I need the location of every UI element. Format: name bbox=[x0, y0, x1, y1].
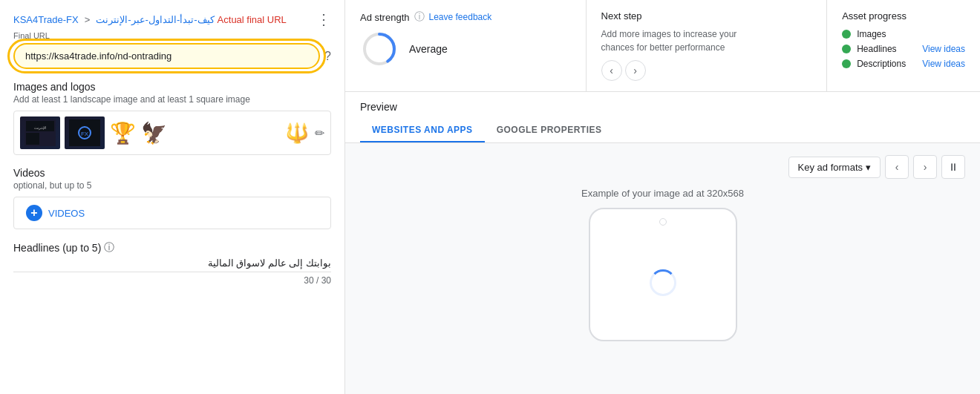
ad-strength-section: Ad strength ⓘ Leave feedback Average bbox=[345, 0, 587, 91]
thumb-inner-1: الإنترنت bbox=[20, 116, 60, 149]
final-url-value[interactable]: https://ksa4trade.info/nd-ontrading bbox=[13, 43, 320, 69]
next-arrow-button[interactable]: › bbox=[625, 60, 646, 81]
next-step-title: Next step bbox=[601, 10, 642, 22]
preview-toolbar: Key ad formats ▾ ‹ › ⏸ bbox=[360, 155, 965, 179]
phone-mockup-area: Example of your image ad at 320x568 bbox=[581, 188, 744, 341]
next-step-header: Next step bbox=[601, 10, 812, 22]
svg-text:الإنترنت: الإنترنت bbox=[34, 125, 46, 131]
preview-content: Key ad formats ▾ ‹ › ⏸ Example of your i… bbox=[345, 143, 980, 394]
phone-example-label: Example of your image ad at 320x568 bbox=[581, 188, 744, 199]
preview-title: Preview bbox=[360, 101, 965, 113]
ad-strength-help-icon[interactable]: ⓘ bbox=[414, 10, 425, 24]
final-url-label: Final URL bbox=[13, 31, 331, 40]
gold-icon-1: 🏆 bbox=[110, 121, 136, 145]
prev-arrow-button[interactable]: ‹ bbox=[601, 60, 622, 81]
leave-feedback-link[interactable]: Leave feedback bbox=[429, 12, 492, 22]
videos-section-subtitle: optional, but up to 5 bbox=[13, 180, 331, 191]
headline-text: بوابتك إلى عالم لاسواق المالية bbox=[13, 257, 331, 269]
image-thumb-1[interactable]: الإنترنت bbox=[20, 116, 60, 149]
metrics-bar: Ad strength ⓘ Leave feedback Average bbox=[345, 0, 980, 92]
headlines-dot bbox=[842, 45, 851, 53]
key-formats-chevron-icon: ▾ bbox=[866, 162, 871, 173]
svg-rect-4 bbox=[41, 133, 54, 145]
gold-icon-2: 🦅 bbox=[141, 121, 167, 145]
edit-images-icon[interactable]: ✏ bbox=[315, 126, 324, 140]
breadcrumb-sep: > bbox=[85, 14, 91, 25]
headlines-help-icon[interactable]: ⓘ bbox=[104, 241, 114, 255]
asset-images-row: Images bbox=[842, 29, 965, 39]
ad-strength-content: Average bbox=[360, 30, 571, 68]
ad-strength-circle bbox=[360, 30, 399, 68]
phone-camera bbox=[659, 218, 667, 226]
svg-text:FX: FX bbox=[81, 131, 89, 137]
asset-headlines-row: Headlines View ideas bbox=[842, 44, 965, 54]
videos-section-title: Videos bbox=[13, 167, 331, 179]
breadcrumb-row: KSA4Trade-FX > كيف-تبدأ-التداول-عبر-الإن… bbox=[13, 10, 331, 28]
tab-google-properties[interactable]: GOOGLE PROPERTIES bbox=[485, 119, 614, 142]
image-thumb-2[interactable]: FX bbox=[65, 116, 105, 149]
next-step-section: Next step Add more images to increase yo… bbox=[587, 0, 828, 91]
videos-section: Videos optional, but up to 5 + VIDEOS bbox=[13, 167, 331, 229]
asset-progress-title: Asset progress bbox=[842, 10, 965, 22]
key-ad-formats-button[interactable]: Key ad formats ▾ bbox=[788, 157, 881, 178]
images-dot bbox=[842, 30, 851, 39]
next-step-text: Add more images to increase your chances… bbox=[601, 27, 750, 54]
pause-preview-button[interactable]: ⏸ bbox=[941, 155, 965, 179]
add-videos-button[interactable]: + VIDEOS bbox=[13, 197, 331, 229]
phone-frame bbox=[589, 208, 737, 341]
url-box: https://ksa4trade.info/nd-ontrading bbox=[13, 43, 320, 69]
svg-rect-3 bbox=[26, 133, 39, 145]
descriptions-view-ideas-link[interactable]: View ideas bbox=[922, 59, 965, 69]
url-row: https://ksa4trade.info/nd-ontrading ? bbox=[13, 43, 331, 69]
left-panel: KSA4Trade-FX > كيف-تبدأ-التداول-عبر-الإن… bbox=[0, 0, 345, 394]
tab-websites-and-apps[interactable]: WEBSITES AND APPS bbox=[360, 119, 485, 142]
descriptions-dot bbox=[842, 59, 851, 68]
loading-spinner bbox=[650, 269, 676, 296]
headlines-label-row: Headlines (up to 5) ⓘ bbox=[13, 241, 331, 255]
asset-descriptions-row: Descriptions View ideas bbox=[842, 59, 965, 69]
breadcrumb-page[interactable]: كيف-تبدأ-التداول-عبر-الإنترنت bbox=[96, 14, 214, 25]
char-count: 30 / 30 bbox=[13, 272, 331, 286]
annotation-label: Actual final URL bbox=[218, 14, 287, 25]
image-thumb-4[interactable]: 🦅 bbox=[140, 116, 167, 149]
image-thumb-3[interactable]: 🏆 bbox=[109, 116, 136, 149]
key-formats-label: Key ad formats bbox=[798, 162, 863, 173]
images-section-title: Images and logos bbox=[13, 81, 331, 93]
url-help-icon[interactable]: ? bbox=[324, 50, 331, 63]
phone-loading bbox=[650, 232, 676, 334]
more-options-icon[interactable]: ⋮ bbox=[316, 10, 331, 28]
add-videos-label: VIDEOS bbox=[48, 208, 85, 219]
add-videos-icon: + bbox=[26, 205, 42, 221]
preview-tabs: WEBSITES AND APPS GOOGLE PROPERTIES bbox=[360, 119, 965, 142]
ad-strength-title: Ad strength bbox=[360, 12, 410, 23]
right-panel: Ad strength ⓘ Leave feedback Average bbox=[345, 0, 980, 394]
next-preview-button[interactable]: › bbox=[913, 155, 937, 179]
preview-header: Preview WEBSITES AND APPS GOOGLE PROPERT… bbox=[345, 92, 980, 143]
nav-arrows: ‹ › bbox=[601, 60, 812, 81]
thumb-inner-2: FX bbox=[65, 116, 105, 149]
image-thumb-5[interactable]: 🔱 bbox=[284, 116, 310, 149]
prev-preview-button[interactable]: ‹ bbox=[885, 155, 909, 179]
asset-headlines-name: Headlines bbox=[857, 44, 916, 54]
asset-images-name: Images bbox=[857, 29, 916, 39]
asset-descriptions-name: Descriptions bbox=[857, 59, 916, 69]
breadcrumb-ksa[interactable]: KSA4Trade-FX bbox=[13, 14, 79, 25]
images-section-subtitle: Add at least 1 landscape image and at le… bbox=[13, 94, 331, 105]
ad-strength-header: Ad strength ⓘ Leave feedback bbox=[360, 10, 571, 24]
asset-progress-section: Asset progress Images Headlines View ide… bbox=[827, 0, 980, 91]
headlines-label: Headlines (up to 5) bbox=[13, 242, 101, 254]
images-strip: الإنترنت FX 🏆 bbox=[13, 111, 331, 155]
strength-label: Average bbox=[409, 43, 448, 55]
gold-icon-3: 🔱 bbox=[285, 122, 309, 145]
headlines-section: Headlines (up to 5) ⓘ بوابتك إلى عالم لا… bbox=[13, 241, 331, 286]
headlines-view-ideas-link[interactable]: View ideas bbox=[922, 44, 965, 54]
